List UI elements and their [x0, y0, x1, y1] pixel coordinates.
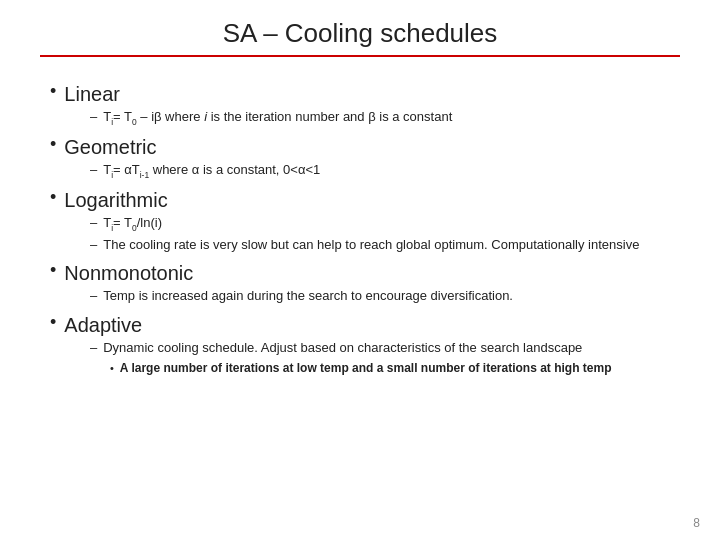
sub-dash: – [90, 215, 97, 230]
sub-dash: – [90, 340, 97, 355]
bullet-label: Geometric [64, 136, 156, 159]
sub-text: Ti= T0 – iβ where i is the iteration num… [103, 108, 452, 128]
sub-text: The cooling rate is very slow but can he… [103, 236, 639, 255]
sub-text: Temp is increased again during the searc… [103, 287, 513, 306]
bullet-dot: • [50, 81, 56, 102]
title-divider [40, 55, 680, 57]
sub-bullet-2-1: –The cooling rate is very slow but can h… [90, 236, 670, 255]
bullet-label: Logarithmic [64, 189, 167, 212]
bullet-dot: • [50, 187, 56, 208]
sub-dash: – [90, 288, 97, 303]
main-bullet-0: •Linear [50, 83, 670, 106]
slide: SA – Cooling schedules •Linear–Ti= T0 – … [0, 0, 720, 540]
sub-bullet-3-0: –Temp is increased again during the sear… [90, 287, 670, 306]
main-bullet-4: •Adaptive [50, 314, 670, 337]
sub-text: Dynamic cooling schedule. Adjust based o… [103, 339, 582, 358]
sub-bullet-4-0: –Dynamic cooling schedule. Adjust based … [90, 339, 670, 358]
bullet-dot: • [50, 134, 56, 155]
slide-title: SA – Cooling schedules [40, 18, 680, 49]
sub-dash: – [90, 162, 97, 177]
sub-bullet-0-0: –Ti= T0 – iβ where i is the iteration nu… [90, 108, 670, 128]
main-bullet-1: •Geometric [50, 136, 670, 159]
sub-bullet-1-0: –Ti= αTi-1 where α is a constant, 0<α<1 [90, 161, 670, 181]
bullet-dot: • [50, 312, 56, 333]
bullet-dot: • [50, 260, 56, 281]
bullet-label: Linear [64, 83, 120, 106]
sub-text: Ti= T0/ln(i) [103, 214, 162, 234]
main-bullet-3: •Nonmonotonic [50, 262, 670, 285]
bullet-label: Nonmonotonic [64, 262, 193, 285]
title-area: SA – Cooling schedules [40, 0, 680, 75]
sub-bullet-2-0: –Ti= T0/ln(i) [90, 214, 670, 234]
main-bullet-2: •Logarithmic [50, 189, 670, 212]
content-area: •Linear–Ti= T0 – iβ where i is the itera… [40, 83, 680, 377]
sub-sub-bullet-4-0-0: •A large number of iterations at low tem… [110, 360, 670, 377]
sub-sub-text: A large number of iterations at low temp… [120, 360, 612, 377]
page-number: 8 [693, 516, 700, 530]
sub-sub-dot: • [110, 362, 114, 374]
sub-dash: – [90, 237, 97, 252]
sub-dash: – [90, 109, 97, 124]
sub-text: Ti= αTi-1 where α is a constant, 0<α<1 [103, 161, 320, 181]
bullet-label: Adaptive [64, 314, 142, 337]
